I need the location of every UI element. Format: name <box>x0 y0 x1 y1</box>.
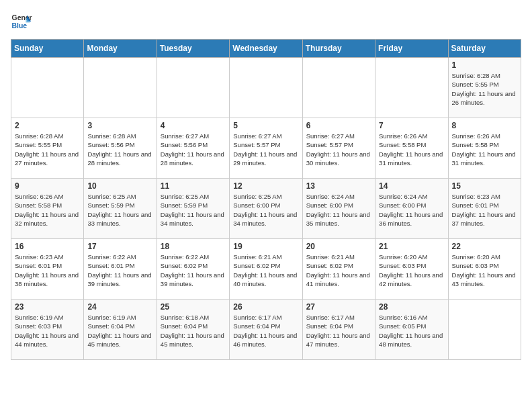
day-number: 14 <box>379 181 444 191</box>
weekday-header-thursday: Thursday <box>302 40 375 58</box>
svg-text:Blue: Blue <box>12 22 28 30</box>
day-number: 6 <box>306 121 371 130</box>
calendar-cell: 25Sunrise: 6:18 AM Sunset: 6:04 PM Dayli… <box>157 300 229 360</box>
calendar-cell: 7Sunrise: 6:26 AM Sunset: 5:58 PM Daylig… <box>375 118 448 179</box>
calendar-cell <box>84 58 157 118</box>
day-info: Sunrise: 6:27 AM Sunset: 5:56 PM Dayligh… <box>161 132 226 167</box>
calendar-cell: 11Sunrise: 6:25 AM Sunset: 5:59 PM Dayli… <box>157 179 229 239</box>
day-info: Sunrise: 6:19 AM Sunset: 6:03 PM Dayligh… <box>15 313 80 349</box>
calendar-cell: 23Sunrise: 6:19 AM Sunset: 6:03 PM Dayli… <box>11 300 84 360</box>
day-number: 17 <box>87 242 152 251</box>
day-number: 19 <box>233 242 298 251</box>
weekday-header-friday: Friday <box>375 40 448 58</box>
day-number: 1 <box>452 60 517 70</box>
weekday-header-monday: Monday <box>84 40 157 58</box>
calendar-cell <box>448 300 521 360</box>
day-number: 22 <box>452 242 517 251</box>
day-info: Sunrise: 6:22 AM Sunset: 6:02 PM Dayligh… <box>161 253 226 288</box>
day-info: Sunrise: 6:18 AM Sunset: 6:04 PM Dayligh… <box>161 313 226 349</box>
calendar-cell: 17Sunrise: 6:22 AM Sunset: 6:01 PM Dayli… <box>84 239 157 300</box>
day-info: Sunrise: 6:20 AM Sunset: 6:03 PM Dayligh… <box>379 253 444 288</box>
weekday-header-wednesday: Wednesday <box>230 40 302 58</box>
day-info: Sunrise: 6:26 AM Sunset: 5:58 PM Dayligh… <box>379 132 444 167</box>
day-info: Sunrise: 6:16 AM Sunset: 6:05 PM Dayligh… <box>379 313 444 349</box>
day-number: 12 <box>233 181 298 191</box>
calendar-cell: 28Sunrise: 6:16 AM Sunset: 6:05 PM Dayli… <box>375 300 448 360</box>
day-number: 2 <box>15 121 80 130</box>
calendar-cell: 10Sunrise: 6:25 AM Sunset: 5:59 PM Dayli… <box>84 179 157 239</box>
day-number: 26 <box>233 302 298 312</box>
calendar-cell: 14Sunrise: 6:24 AM Sunset: 6:00 PM Dayli… <box>375 179 448 239</box>
logo: General Blue <box>11 11 35 32</box>
day-number: 18 <box>161 242 226 251</box>
day-number: 4 <box>161 121 226 130</box>
calendar-cell: 20Sunrise: 6:21 AM Sunset: 6:02 PM Dayli… <box>302 239 375 300</box>
day-info: Sunrise: 6:21 AM Sunset: 6:02 PM Dayligh… <box>306 253 371 288</box>
calendar-cell: 8Sunrise: 6:26 AM Sunset: 5:58 PM Daylig… <box>448 118 521 179</box>
day-info: Sunrise: 6:22 AM Sunset: 6:01 PM Dayligh… <box>87 253 152 288</box>
day-number: 25 <box>161 302 226 312</box>
day-number: 20 <box>306 242 371 251</box>
calendar-cell: 9Sunrise: 6:26 AM Sunset: 5:58 PM Daylig… <box>11 179 84 239</box>
calendar-cell <box>230 58 302 118</box>
day-number: 13 <box>306 181 371 191</box>
day-info: Sunrise: 6:23 AM Sunset: 6:01 PM Dayligh… <box>452 192 517 228</box>
day-info: Sunrise: 6:21 AM Sunset: 6:02 PM Dayligh… <box>233 253 298 288</box>
day-number: 11 <box>161 181 226 191</box>
weekday-header-sunday: Sunday <box>11 40 84 58</box>
day-info: Sunrise: 6:28 AM Sunset: 5:55 PM Dayligh… <box>452 71 517 107</box>
day-number: 8 <box>452 121 517 130</box>
day-number: 5 <box>233 121 298 130</box>
calendar-cell: 1Sunrise: 6:28 AM Sunset: 5:55 PM Daylig… <box>448 58 521 118</box>
day-info: Sunrise: 6:28 AM Sunset: 5:55 PM Dayligh… <box>15 132 80 167</box>
calendar-cell <box>11 58 84 118</box>
calendar-cell: 5Sunrise: 6:27 AM Sunset: 5:57 PM Daylig… <box>230 118 302 179</box>
page-header: General Blue <box>11 11 521 32</box>
day-info: Sunrise: 6:20 AM Sunset: 6:03 PM Dayligh… <box>452 253 517 288</box>
calendar-cell <box>157 58 229 118</box>
calendar-cell: 12Sunrise: 6:25 AM Sunset: 6:00 PM Dayli… <box>230 179 302 239</box>
calendar-cell: 19Sunrise: 6:21 AM Sunset: 6:02 PM Dayli… <box>230 239 302 300</box>
day-info: Sunrise: 6:27 AM Sunset: 5:57 PM Dayligh… <box>306 132 371 167</box>
day-info: Sunrise: 6:24 AM Sunset: 6:00 PM Dayligh… <box>379 192 444 228</box>
day-number: 16 <box>15 242 80 251</box>
calendar-cell: 18Sunrise: 6:22 AM Sunset: 6:02 PM Dayli… <box>157 239 229 300</box>
day-info: Sunrise: 6:27 AM Sunset: 5:57 PM Dayligh… <box>233 132 298 167</box>
day-number: 28 <box>379 302 444 312</box>
calendar-cell <box>375 58 448 118</box>
weekday-header-saturday: Saturday <box>448 40 521 58</box>
day-info: Sunrise: 6:23 AM Sunset: 6:01 PM Dayligh… <box>15 253 80 288</box>
calendar-cell: 15Sunrise: 6:23 AM Sunset: 6:01 PM Dayli… <box>448 179 521 239</box>
day-info: Sunrise: 6:26 AM Sunset: 5:58 PM Dayligh… <box>452 132 517 167</box>
day-number: 9 <box>15 181 80 191</box>
day-info: Sunrise: 6:25 AM Sunset: 5:59 PM Dayligh… <box>161 192 226 228</box>
calendar-table: SundayMondayTuesdayWednesdayThursdayFrid… <box>11 39 521 360</box>
day-number: 24 <box>87 302 152 312</box>
logo-icon: General Blue <box>11 11 32 32</box>
day-number: 27 <box>306 302 371 312</box>
day-number: 3 <box>87 121 152 130</box>
day-info: Sunrise: 6:25 AM Sunset: 6:00 PM Dayligh… <box>233 192 298 228</box>
day-number: 15 <box>452 181 517 191</box>
day-info: Sunrise: 6:26 AM Sunset: 5:58 PM Dayligh… <box>15 192 80 228</box>
calendar-cell: 24Sunrise: 6:19 AM Sunset: 6:04 PM Dayli… <box>84 300 157 360</box>
day-info: Sunrise: 6:28 AM Sunset: 5:56 PM Dayligh… <box>87 132 152 167</box>
day-info: Sunrise: 6:19 AM Sunset: 6:04 PM Dayligh… <box>87 313 152 349</box>
calendar-cell: 6Sunrise: 6:27 AM Sunset: 5:57 PM Daylig… <box>302 118 375 179</box>
day-number: 23 <box>15 302 80 312</box>
calendar-cell: 4Sunrise: 6:27 AM Sunset: 5:56 PM Daylig… <box>157 118 229 179</box>
calendar-cell: 26Sunrise: 6:17 AM Sunset: 6:04 PM Dayli… <box>230 300 302 360</box>
day-info: Sunrise: 6:17 AM Sunset: 6:04 PM Dayligh… <box>233 313 298 349</box>
calendar-cell: 16Sunrise: 6:23 AM Sunset: 6:01 PM Dayli… <box>11 239 84 300</box>
weekday-header-tuesday: Tuesday <box>157 40 229 58</box>
calendar-cell: 13Sunrise: 6:24 AM Sunset: 6:00 PM Dayli… <box>302 179 375 239</box>
calendar-cell: 2Sunrise: 6:28 AM Sunset: 5:55 PM Daylig… <box>11 118 84 179</box>
day-info: Sunrise: 6:17 AM Sunset: 6:04 PM Dayligh… <box>306 313 371 349</box>
day-info: Sunrise: 6:25 AM Sunset: 5:59 PM Dayligh… <box>87 192 152 228</box>
day-number: 7 <box>379 121 444 130</box>
calendar-cell <box>302 58 375 118</box>
day-number: 21 <box>379 242 444 251</box>
day-number: 10 <box>87 181 152 191</box>
calendar-cell: 3Sunrise: 6:28 AM Sunset: 5:56 PM Daylig… <box>84 118 157 179</box>
day-info: Sunrise: 6:24 AM Sunset: 6:00 PM Dayligh… <box>306 192 371 228</box>
